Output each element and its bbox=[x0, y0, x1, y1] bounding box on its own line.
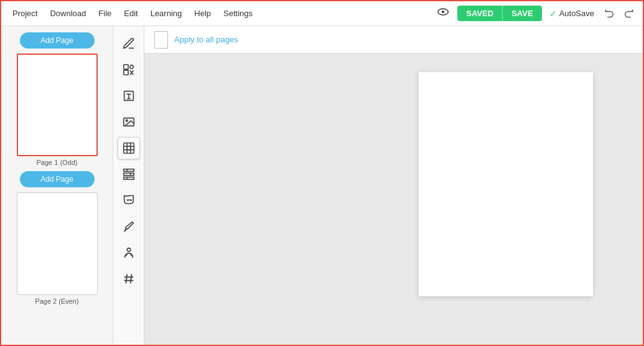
autosave-label[interactable]: AutoSave bbox=[559, 9, 594, 18]
elements-tool-button[interactable] bbox=[118, 58, 140, 81]
canvas-page bbox=[419, 72, 593, 296]
svg-rect-16 bbox=[123, 169, 134, 172]
menu-bar: Project Download File Edit Learning Help… bbox=[1, 1, 643, 26]
image-tool-button[interactable] bbox=[118, 111, 140, 133]
autosave-area: ✓ AutoSave bbox=[549, 9, 594, 19]
text-tool-button[interactable] bbox=[118, 85, 140, 107]
mask-tool-button[interactable] bbox=[118, 189, 140, 212]
page-2-label: Page 2 (Even) bbox=[35, 297, 78, 305]
menu-download[interactable]: Download bbox=[45, 6, 91, 21]
saved-button[interactable]: SAVED bbox=[457, 6, 502, 21]
menu-settings[interactable]: Settings bbox=[218, 6, 258, 21]
menu-learning[interactable]: Learning bbox=[146, 6, 187, 21]
canvas-toolbar: Apply to all pages bbox=[144, 26, 643, 54]
page-preview-small bbox=[154, 31, 168, 49]
svg-line-23 bbox=[126, 274, 127, 284]
svg-point-22 bbox=[127, 248, 131, 252]
edit-tool-button[interactable] bbox=[118, 32, 140, 55]
autosave-check-icon: ✓ bbox=[549, 9, 557, 19]
table-tool-button[interactable] bbox=[118, 137, 140, 159]
redo-button[interactable] bbox=[620, 6, 637, 22]
menu-project[interactable]: Project bbox=[7, 6, 42, 21]
undo-redo-group bbox=[602, 6, 637, 22]
svg-rect-10 bbox=[123, 143, 134, 154]
preview-icon[interactable] bbox=[436, 5, 450, 22]
apply-all-link[interactable]: Apply to all pages bbox=[174, 35, 238, 44]
page-1-thumb[interactable]: Page 1 (Odd) bbox=[17, 54, 98, 166]
hashtag-tool-button[interactable] bbox=[118, 268, 140, 290]
undo-button[interactable] bbox=[602, 6, 618, 22]
grid-tool-button[interactable] bbox=[118, 163, 140, 185]
svg-point-1 bbox=[442, 11, 445, 14]
menu-edit[interactable]: Edit bbox=[119, 6, 142, 21]
svg-line-24 bbox=[130, 274, 131, 284]
paint-tool-button[interactable] bbox=[118, 215, 140, 238]
save-group: SAVED SAVE bbox=[457, 6, 541, 21]
add-page-button-top[interactable]: Add Page bbox=[20, 32, 95, 49]
svg-rect-3 bbox=[123, 70, 128, 75]
menu-help[interactable]: Help bbox=[189, 6, 216, 21]
svg-rect-17 bbox=[123, 173, 134, 175]
canvas-area: Apply to all pages bbox=[144, 26, 643, 346]
tools-panel bbox=[113, 26, 144, 346]
svg-rect-18 bbox=[123, 177, 134, 180]
menu-file[interactable]: File bbox=[93, 6, 116, 21]
page-1-label: Page 1 (Odd) bbox=[36, 159, 77, 166]
left-panel: Add Page Page 1 (Odd) Add Page Page 2 (E… bbox=[1, 26, 113, 346]
canvas-content bbox=[144, 54, 643, 346]
character-tool-button[interactable] bbox=[118, 241, 140, 264]
page-2-thumbnail bbox=[17, 192, 98, 295]
svg-point-9 bbox=[126, 119, 128, 121]
page-1-thumbnail bbox=[17, 54, 98, 156]
save-button[interactable]: SAVE bbox=[502, 6, 541, 21]
svg-rect-2 bbox=[123, 65, 128, 69]
page-2-thumb[interactable]: Page 2 (Even) bbox=[17, 192, 98, 305]
add-page-button-middle[interactable]: Add Page bbox=[20, 171, 95, 187]
main-layout: Add Page Page 1 (Odd) Add Page Page 2 (E… bbox=[1, 26, 643, 346]
